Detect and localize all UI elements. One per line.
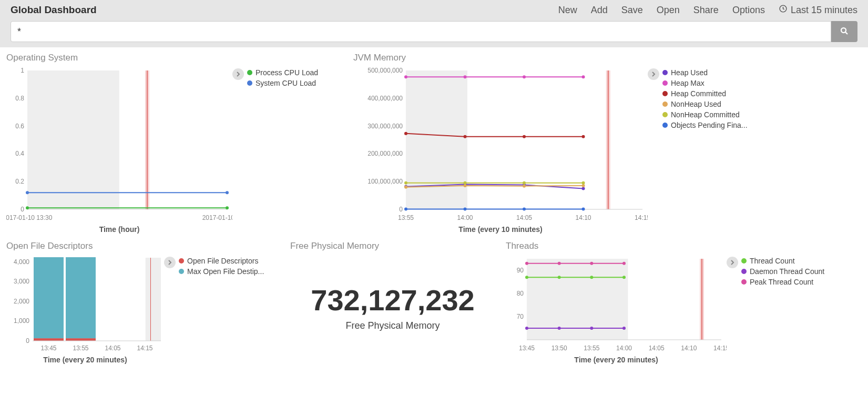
svg-text:2017-01-10 14:15: 2017-01-10 14:15 — [202, 214, 232, 221]
legend-item[interactable]: Heap Used — [662, 68, 748, 77]
svg-point-45 — [404, 186, 407, 189]
svg-text:200,000,000: 200,000,000 — [367, 150, 403, 157]
chart-jvm[interactable]: 0100,000,000200,000,000300,000,000400,00… — [353, 66, 648, 224]
legend-item[interactable]: NonHeap Committed — [662, 110, 748, 119]
nav-save[interactable]: Save — [621, 5, 643, 16]
svg-point-1 — [841, 28, 846, 33]
svg-text:14:15: 14:15 — [635, 214, 648, 221]
legend-item[interactable]: System CPU Load — [247, 79, 318, 87]
svg-rect-65 — [34, 257, 64, 338]
legend-dot-icon — [662, 123, 668, 128]
legend-dot-icon — [179, 258, 184, 264]
svg-point-51 — [523, 181, 526, 185]
legend-ofd: Open File Descriptors Max Open File Dest… — [179, 257, 264, 276]
legend-dot-icon — [662, 91, 668, 96]
legend-item[interactable]: Process CPU Load — [247, 68, 318, 77]
legend-item[interactable]: Open File Descriptors — [179, 257, 264, 265]
svg-text:13:50: 13:50 — [552, 345, 567, 352]
svg-point-36 — [582, 187, 585, 190]
svg-point-97 — [590, 262, 593, 265]
svg-point-93 — [590, 327, 593, 330]
svg-text:13:45: 13:45 — [519, 345, 535, 352]
content: Operating System 00.20.40.60.812017-01-1… — [0, 47, 868, 369]
svg-text:0.8: 0.8 — [15, 95, 24, 102]
panel-title-threads: Threads — [506, 241, 862, 251]
svg-point-38 — [464, 75, 467, 78]
svg-text:13:55: 13:55 — [73, 345, 88, 352]
search-button[interactable] — [831, 21, 857, 42]
legend-item[interactable]: Max Open File Destip... — [179, 267, 264, 276]
svg-text:14:15: 14:15 — [137, 345, 152, 352]
panel-open-file-descriptors: Open File Descriptors 01,0002,0003,0004,… — [6, 241, 280, 364]
legend-toggle-os[interactable] — [232, 68, 244, 80]
xlabel-threads: Time (every 20 minutes) — [506, 356, 727, 364]
legend-dot-icon — [662, 70, 668, 75]
svg-text:1: 1 — [21, 67, 24, 74]
legend-item[interactable]: Peak Thread Count — [741, 278, 824, 286]
svg-text:0.2: 0.2 — [15, 178, 24, 185]
xlabel-jvm: Time (every 10 minutes) — [353, 225, 648, 234]
nav-add[interactable]: Add — [591, 5, 608, 16]
svg-point-17 — [226, 191, 229, 194]
legend-item[interactable]: Heap Max — [662, 79, 748, 87]
nav-share[interactable]: Share — [693, 5, 719, 16]
legend-item[interactable]: Thread Count — [741, 257, 824, 265]
time-filter[interactable]: Last 15 minutes — [779, 4, 857, 16]
panel-operating-system: Operating System 00.20.40.60.812017-01-1… — [6, 53, 343, 234]
svg-text:14:00: 14:00 — [616, 345, 632, 352]
svg-point-16 — [26, 191, 29, 194]
legend-item[interactable]: Objects Pending Fina... — [662, 121, 748, 129]
svg-text:0: 0 — [21, 206, 24, 213]
chart-threads[interactable]: 70809013:4513:5013:5514:0014:0514:1014:1… — [506, 255, 727, 355]
chart-os[interactable]: 00.20.40.60.812017-01-10 13:302017-01-10… — [6, 66, 232, 224]
svg-text:13:55: 13:55 — [584, 345, 599, 352]
nav-new[interactable]: New — [558, 5, 577, 16]
svg-text:4,000: 4,000 — [14, 258, 29, 266]
panel-free-physical-memory: Free Physical Memory 732,127,232 Free Ph… — [290, 241, 495, 364]
svg-point-41 — [404, 132, 407, 135]
panel-title-jvm: JVM Memory — [353, 53, 862, 63]
svg-point-50 — [464, 181, 467, 185]
svg-text:3,000: 3,000 — [14, 278, 29, 285]
legend-dot-icon — [247, 80, 252, 86]
svg-text:100,000,000: 100,000,000 — [367, 178, 403, 185]
svg-text:13:45: 13:45 — [40, 345, 56, 352]
legend-toggle-jvm[interactable] — [648, 68, 659, 80]
svg-text:14:00: 14:00 — [457, 214, 473, 221]
svg-text:0: 0 — [399, 206, 403, 213]
svg-point-96 — [558, 262, 561, 265]
svg-text:70: 70 — [517, 313, 524, 320]
svg-text:14:05: 14:05 — [516, 214, 532, 221]
svg-point-89 — [590, 276, 593, 279]
svg-point-49 — [404, 181, 407, 185]
metric-label: Free Physical Memory — [290, 320, 495, 331]
time-filter-label: Last 15 minutes — [791, 5, 857, 16]
svg-rect-73 — [527, 259, 628, 340]
legend-dot-icon — [662, 112, 668, 117]
svg-point-52 — [582, 181, 585, 185]
legend-jvm: Heap Used Heap Max Heap Committed NonHea… — [662, 68, 748, 129]
legend-item[interactable]: NonHeap Used — [662, 100, 748, 108]
svg-text:14:05: 14:05 — [649, 345, 665, 352]
legend-item[interactable]: Daemon Thread Count — [741, 267, 824, 276]
svg-text:14:15: 14:15 — [713, 345, 727, 352]
svg-point-14 — [26, 206, 29, 209]
legend-item[interactable]: Heap Committed — [662, 89, 748, 98]
legend-toggle-threads[interactable] — [727, 257, 738, 268]
topbar: Global Dashboard New Add Save Open Share… — [0, 0, 868, 47]
nav-open[interactable]: Open — [657, 5, 680, 16]
svg-text:400,000,000: 400,000,000 — [367, 95, 403, 102]
search-input[interactable] — [11, 21, 831, 42]
svg-rect-57 — [146, 258, 161, 341]
legend-dot-icon — [662, 102, 668, 107]
xlabel-os: Time (hour) — [6, 225, 232, 234]
nav-options[interactable]: Options — [732, 5, 765, 16]
metric-value: 732,127,232 — [290, 283, 495, 317]
svg-point-40 — [582, 75, 585, 78]
chart-ofd[interactable]: 01,0002,0003,0004,00013:4513:5514:0514:1… — [6, 255, 164, 355]
panel-threads: Threads 70809013:4513:5013:5514:0014:051… — [506, 241, 862, 364]
svg-point-54 — [464, 207, 467, 210]
legend-dot-icon — [247, 70, 252, 75]
page-title: Global Dashboard — [11, 4, 97, 16]
legend-toggle-ofd[interactable] — [164, 257, 176, 268]
